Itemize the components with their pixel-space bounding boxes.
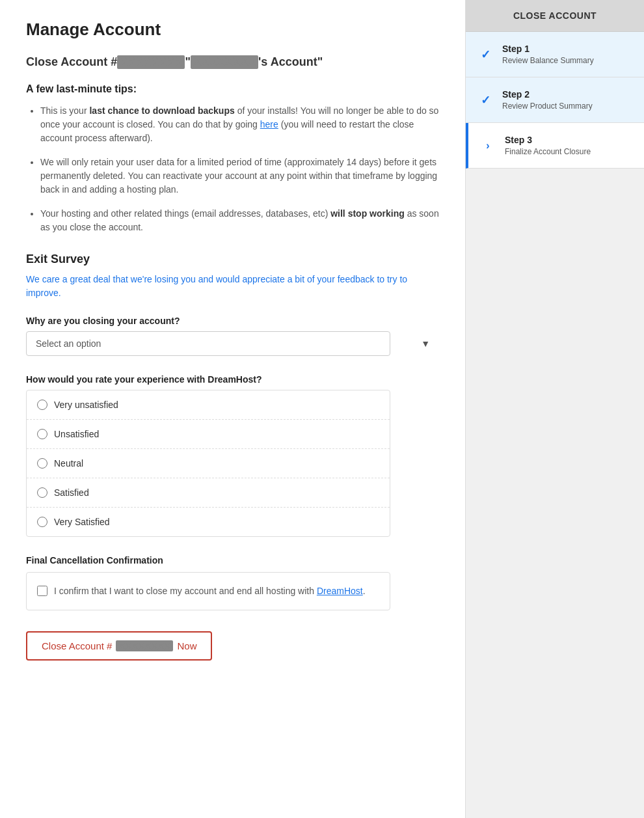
close-btn-prefix: Close Account # xyxy=(42,640,112,651)
account-number-redacted: XXXXXXXX xyxy=(117,55,185,69)
confirm-box: I confirm that I want to close my accoun… xyxy=(26,572,390,610)
rating-option-very-unsatisfied[interactable]: Very unsatisfied xyxy=(27,390,390,420)
radio-neutral[interactable] xyxy=(37,458,47,469)
page-title: Manage Account xyxy=(26,20,439,40)
tips-list: This is your last chance to download bac… xyxy=(26,104,439,234)
question-1-label: Why are you closing your account? xyxy=(26,316,439,326)
rating-option-neutral[interactable]: Neutral xyxy=(27,449,390,478)
step-1-check-icon: ✓ xyxy=(476,46,494,64)
tips-heading: A few last-minute tips: xyxy=(26,83,439,95)
step-2-title: Step 2 xyxy=(502,89,593,100)
question-2-label: How would you rate your experience with … xyxy=(26,374,439,385)
step-2-check-icon: ✓ xyxy=(476,91,494,109)
close-btn-suffix: Now xyxy=(177,640,196,651)
step-1-title: Step 1 xyxy=(502,44,594,54)
exit-survey-heading: Exit Survey xyxy=(26,252,439,266)
rating-option-satisfied[interactable]: Satisfied xyxy=(27,478,390,508)
radio-very-satisfied[interactable] xyxy=(37,517,47,527)
rating-options-box: Very unsatisfied Unsatisfied Neutral Sat… xyxy=(26,390,390,537)
radio-unsatisfied[interactable] xyxy=(37,429,47,439)
radio-very-unsatisfied[interactable] xyxy=(37,400,47,410)
confirm-checkbox[interactable] xyxy=(37,586,47,596)
exit-survey-description: We care a great deal that we're losing y… xyxy=(26,273,439,300)
here-link[interactable]: here xyxy=(260,119,278,130)
rating-option-unsatisfied[interactable]: Unsatisfied xyxy=(27,420,390,449)
sidebar-step-1[interactable]: ✓ Step 1 Review Balance Summary xyxy=(466,32,644,77)
list-item: This is your last chance to download bac… xyxy=(40,104,439,145)
step-3-text: Step 3 Finalize Account Closure xyxy=(505,135,591,156)
list-item: Your hosting and other related things (e… xyxy=(40,207,439,234)
sidebar-step-2[interactable]: ✓ Step 2 Review Product Summary xyxy=(466,77,644,123)
list-item: We will only retain your user data for a… xyxy=(40,156,439,197)
sidebar-header: CLOSE ACCOUNT xyxy=(466,0,644,32)
rating-option-very-satisfied[interactable]: Very Satisfied xyxy=(27,508,390,536)
sidebar-step-3[interactable]: › Step 3 Finalize Account Closure xyxy=(466,123,644,169)
confirm-label[interactable]: I confirm that I want to close my accoun… xyxy=(54,584,366,598)
main-content: Manage Account Close Account #XXXXXXXX"X… xyxy=(0,0,465,818)
step-1-text: Step 1 Review Balance Summary xyxy=(502,44,594,65)
step-3-subtitle: Finalize Account Closure xyxy=(505,147,591,156)
sidebar: CLOSE ACCOUNT ✓ Step 1 Review Balance Su… xyxy=(465,0,644,818)
step-2-subtitle: Review Product Summary xyxy=(502,102,593,111)
step-3-title: Step 3 xyxy=(505,135,591,145)
step-1-subtitle: Review Balance Summary xyxy=(502,56,594,65)
reason-select[interactable]: Select an option Too expensive Poor serv… xyxy=(26,331,390,356)
select-dropdown-icon: ▼ xyxy=(421,338,430,349)
step-2-text: Step 2 Review Product Summary xyxy=(502,89,593,111)
step-3-arrow-icon: › xyxy=(479,137,497,155)
dreamhost-link[interactable]: DreamHost xyxy=(317,586,363,596)
reason-select-wrapper: Select an option Too expensive Poor serv… xyxy=(26,331,439,356)
account-name-redacted: XXXXXXXX xyxy=(191,55,258,69)
close-btn-redacted: XXXXXXXX xyxy=(116,640,173,651)
account-subtitle: Close Account #XXXXXXXX"XXXXXXXX's Accou… xyxy=(26,55,439,69)
final-confirm-heading: Final Cancellation Confirmation xyxy=(26,555,439,566)
radio-satisfied[interactable] xyxy=(37,487,47,498)
close-account-button[interactable]: Close Account #XXXXXXXX Now xyxy=(26,631,212,661)
